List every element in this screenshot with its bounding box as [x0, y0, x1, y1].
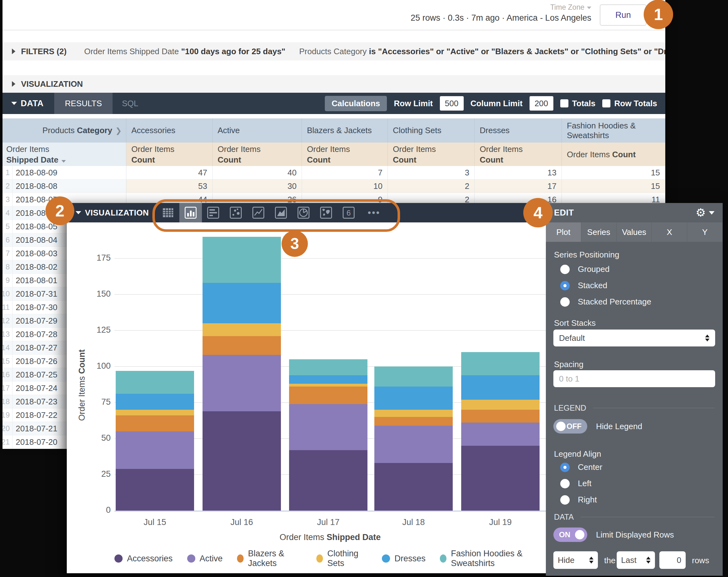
bar-segment-blazers-jackets[interactable]: [116, 415, 194, 431]
expand-arrow-icon[interactable]: [12, 81, 15, 87]
bar-segment-accessories[interactable]: [116, 469, 194, 511]
bar-segment-clothing-sets[interactable]: [203, 323, 281, 336]
shipped-date-cell[interactable]: 2018-08-09: [12, 166, 126, 179]
legend-item[interactable]: Fashion Hoodies & Sweatshirts: [440, 549, 546, 568]
edit-tab-x[interactable]: X: [652, 222, 687, 242]
count-cell[interactable]: 2: [388, 180, 475, 193]
pivot-value-header[interactable]: Fashion Hoodies & Sweatshirts: [562, 118, 665, 142]
pivot-value-header[interactable]: Blazers & Jackets: [302, 118, 388, 142]
radio-legend-align-center[interactable]: Center: [560, 462, 602, 472]
gear-icon[interactable]: ⚙: [696, 207, 706, 218]
radio-series-positioning-stacked[interactable]: Stacked: [560, 281, 607, 291]
edit-tab-plot[interactable]: Plot: [546, 222, 581, 242]
timezone-control[interactable]: Time Zone: [550, 3, 591, 11]
pivot-value-header[interactable]: Dresses: [475, 118, 562, 142]
measure-header[interactable]: Order ItemsCount: [126, 142, 213, 166]
bar-segment-clothing-sets[interactable]: [374, 410, 453, 417]
edit-tab-y[interactable]: Y: [687, 222, 723, 242]
pivot-value-header[interactable]: Clothing Sets: [388, 118, 475, 142]
count-cell[interactable]: 40: [213, 166, 302, 179]
pivot-value-header[interactable]: Accessories: [126, 118, 213, 142]
legend-item[interactable]: Active: [187, 554, 223, 564]
legend-item[interactable]: Dresses: [382, 554, 425, 564]
count-cell[interactable]: 30: [213, 180, 302, 193]
bar-segment-active[interactable]: [289, 404, 367, 450]
measure-header[interactable]: Order ItemsCount: [302, 142, 388, 166]
hide-show-select[interactable]: Hide: [553, 551, 598, 569]
radio-legend-align-left[interactable]: Left: [560, 479, 591, 488]
pivot-value-header[interactable]: Active: [213, 118, 302, 142]
measure-header[interactable]: Order Items Count: [562, 142, 665, 166]
count-cell[interactable]: 15: [562, 166, 665, 179]
visualization-label[interactable]: VISUALIZATION: [21, 79, 83, 89]
bar-segment-blazers-jackets[interactable]: [289, 387, 367, 404]
bar-segment-fashion-hoodies-sweatshirts[interactable]: [461, 352, 540, 375]
first-last-select[interactable]: Last: [617, 551, 655, 569]
bar-segment-accessories[interactable]: [289, 450, 367, 511]
filters-label[interactable]: FILTERS (2): [21, 47, 67, 56]
legend-item[interactable]: Clothing Sets: [316, 549, 367, 568]
filter-products-category[interactable]: Products Category is "Accessories" or "A…: [299, 47, 665, 56]
data-label[interactable]: DATA: [21, 99, 44, 108]
measure-header[interactable]: Order ItemsCount: [213, 142, 302, 166]
tab-results[interactable]: RESULTS: [54, 93, 112, 114]
chevron-down-icon[interactable]: [709, 211, 714, 215]
radio-series-positioning-grouped[interactable]: Grouped: [560, 265, 609, 274]
radio-series-positioning-stacked-percentage[interactable]: Stacked Percentage: [560, 297, 651, 307]
bar-segment-active[interactable]: [461, 422, 540, 446]
edit-tab-values[interactable]: Values: [617, 222, 652, 242]
count-cell[interactable]: 15: [562, 180, 665, 193]
hide-legend-toggle[interactable]: OFF: [553, 419, 587, 434]
count-cell[interactable]: 53: [126, 180, 213, 193]
legend-item[interactable]: Accessories: [114, 554, 173, 564]
tab-sql[interactable]: SQL: [112, 93, 148, 114]
expand-arrow-icon[interactable]: [12, 49, 15, 54]
count-cell[interactable]: 7: [302, 166, 388, 179]
count-cell[interactable]: 13: [475, 166, 562, 179]
dimension-header[interactable]: Order Items Shipped Date: [2, 142, 126, 166]
totals-checkbox[interactable]: [560, 99, 568, 107]
collapse-arrow-icon[interactable]: [76, 211, 81, 214]
shipped-date-cell[interactable]: 2018-08-08: [12, 180, 126, 193]
radio-legend-align-right[interactable]: Right: [560, 495, 597, 505]
measure-header[interactable]: Order ItemsCount: [475, 142, 562, 166]
row-limit-input[interactable]: [440, 96, 464, 111]
bar-segment-dresses[interactable]: [461, 375, 540, 400]
bar-segment-active[interactable]: [374, 426, 453, 463]
bar-segment-fashion-hoodies-sweatshirts[interactable]: [116, 371, 194, 394]
bar-segment-dresses[interactable]: [203, 283, 281, 323]
rows-count-input[interactable]: [659, 551, 686, 569]
bar-segment-dresses[interactable]: [116, 394, 194, 410]
pivot-field-header[interactable]: Products Category ❯: [2, 118, 126, 142]
bar-segment-blazers-jackets[interactable]: [461, 410, 540, 422]
count-cell[interactable]: 10: [302, 180, 388, 193]
bar-segment-clothing-sets[interactable]: [116, 410, 194, 415]
bar-segment-blazers-jackets[interactable]: [374, 417, 453, 426]
count-cell[interactable]: 17: [475, 180, 562, 193]
bar-segment-dresses[interactable]: [289, 375, 367, 384]
bar-segment-blazers-jackets[interactable]: [203, 336, 281, 355]
count-cell[interactable]: 3: [388, 166, 475, 179]
bar-segment-active[interactable]: [116, 431, 194, 469]
bar-segment-accessories[interactable]: [203, 411, 281, 511]
run-button[interactable]: Run: [600, 4, 647, 26]
bar-segment-accessories[interactable]: [461, 446, 540, 511]
edit-tab-series[interactable]: Series: [581, 222, 617, 242]
visualization-title[interactable]: VISUALIZATION: [85, 208, 149, 218]
bar-segment-active[interactable]: [203, 355, 281, 411]
bar-segment-fashion-hoodies-sweatshirts[interactable]: [374, 366, 453, 387]
legend-item[interactable]: Blazers & Jackets: [237, 549, 302, 568]
bar-segment-accessories[interactable]: [374, 463, 453, 511]
sort-stacks-select[interactable]: Default: [553, 330, 715, 347]
measure-header[interactable]: Order ItemsCount: [388, 142, 475, 166]
spacing-input[interactable]: [553, 370, 715, 387]
calculations-button[interactable]: Calculations: [325, 96, 387, 111]
bar-segment-fashion-hoodies-sweatshirts[interactable]: [203, 237, 281, 283]
collapse-arrow-icon[interactable]: [11, 102, 17, 105]
filter-shipped-date[interactable]: Order Items Shipped Date "100 days ago f…: [84, 47, 285, 56]
bar-segment-clothing-sets[interactable]: [289, 384, 367, 387]
count-cell[interactable]: 47: [126, 166, 213, 179]
bar-segment-fashion-hoodies-sweatshirts[interactable]: [289, 359, 367, 375]
bar-segment-clothing-sets[interactable]: [461, 400, 540, 410]
row-totals-checkbox[interactable]: [602, 99, 610, 107]
